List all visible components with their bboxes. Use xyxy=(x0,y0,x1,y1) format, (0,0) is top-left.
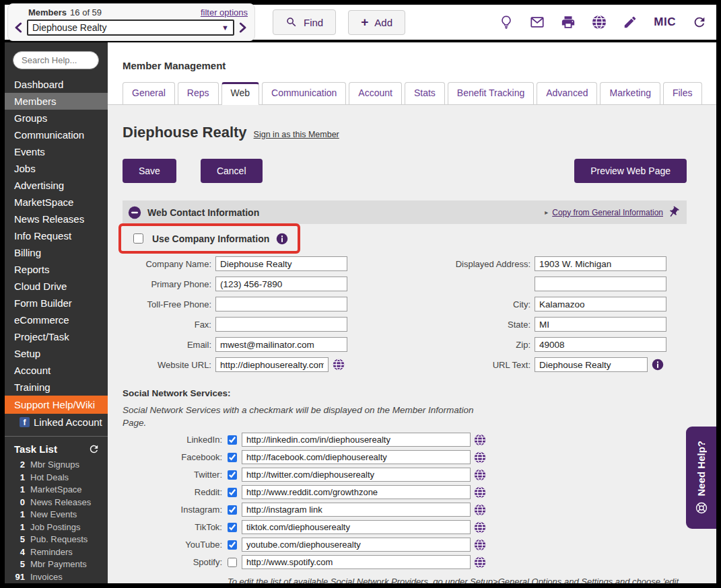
tab-reps[interactable]: Reps xyxy=(178,82,219,104)
facebook-checkbox[interactable] xyxy=(228,453,237,462)
next-member-icon[interactable] xyxy=(237,20,248,35)
task-row-mbr-payments[interactable]: 5Mbr Payments xyxy=(5,558,108,571)
state-input[interactable] xyxy=(535,317,666,332)
twitter-checkbox[interactable] xyxy=(228,470,237,480)
sidebar-item-groups[interactable]: Groups xyxy=(5,110,108,126)
task-list-refresh-icon[interactable] xyxy=(88,443,100,455)
sidebar-item-billing[interactable]: Billing xyxy=(5,244,108,261)
sidebar-item-linked-account[interactable]: f Linked Account xyxy=(5,414,108,431)
tiktok-url-input[interactable] xyxy=(242,520,471,534)
instagram-checkbox[interactable] xyxy=(228,505,237,515)
refresh-icon[interactable] xyxy=(692,15,707,30)
sidebar-item-ecommerce[interactable]: eCommerce xyxy=(5,311,108,328)
sidebar-item-project-task[interactable]: Project/Task xyxy=(5,328,108,345)
sidebar-item-reports[interactable]: Reports xyxy=(5,261,108,278)
facebook-url-input[interactable] xyxy=(242,450,471,464)
sidebar-item-info-request[interactable]: Info Request xyxy=(5,227,108,244)
sidebar-item-training[interactable]: Training xyxy=(5,379,108,396)
twitter-url-input[interactable] xyxy=(242,468,471,482)
tab-stats[interactable]: Stats xyxy=(405,82,445,104)
save-button[interactable]: Save xyxy=(123,159,176,183)
tab-benefit-tracking[interactable]: Benefit Tracking xyxy=(448,82,534,104)
pencil-icon[interactable] xyxy=(623,15,638,30)
linkedin-checkbox[interactable] xyxy=(228,435,237,445)
tab-account[interactable]: Account xyxy=(349,82,402,104)
fax-input[interactable] xyxy=(215,317,347,332)
task-row-marketspace[interactable]: 1MarketSpace xyxy=(5,484,108,497)
search-help-input[interactable] xyxy=(13,51,99,69)
globe-icon[interactable] xyxy=(474,539,486,551)
tiktok-checkbox[interactable] xyxy=(228,523,237,532)
need-help-tab[interactable]: Need Help? xyxy=(686,427,716,529)
member-dropdown[interactable]: Diephouse Realty ▼ xyxy=(27,20,234,36)
globe-icon[interactable] xyxy=(333,359,345,371)
task-row-new-events[interactable]: 1New Events xyxy=(5,509,108,521)
primary-phone-input[interactable] xyxy=(215,277,347,291)
copy-from-general-link[interactable]: Copy from General Information xyxy=(552,208,663,217)
youtube-checkbox[interactable] xyxy=(228,540,237,550)
cancel-button[interactable]: Cancel xyxy=(201,159,263,183)
sidebar-item-communication[interactable]: Communication xyxy=(5,126,108,143)
sidebar-item-advertising[interactable]: Advertising xyxy=(5,177,108,194)
task-row-invoices[interactable]: 91Invoices xyxy=(5,571,108,584)
previous-member-icon[interactable] xyxy=(13,20,24,35)
sidebar-item-support-help-wiki[interactable]: Support Help/Wiki xyxy=(5,396,108,414)
sidebar-item-account[interactable]: Account xyxy=(5,362,108,379)
sign-in-as-member-link[interactable]: Sign in as this Member xyxy=(254,130,339,139)
globe-icon[interactable] xyxy=(474,556,486,568)
website-url-input[interactable] xyxy=(215,357,329,372)
task-row-news-releases[interactable]: 0News Releases xyxy=(5,497,108,509)
sidebar-item-news-releases[interactable]: News Releases xyxy=(5,211,108,227)
mic-menu[interactable]: MIC xyxy=(654,15,676,29)
find-button[interactable]: Find xyxy=(273,9,336,35)
printer-icon[interactable] xyxy=(561,15,576,30)
task-row-mbr-signups[interactable]: 2Mbr Signups xyxy=(5,459,108,472)
task-row-hot-deals[interactable]: 1Hot Deals xyxy=(5,472,108,484)
toll-free-phone-input[interactable] xyxy=(215,297,347,311)
address-line2-input[interactable] xyxy=(535,277,666,291)
tab-web[interactable]: Web xyxy=(221,82,260,105)
use-company-info-checkbox[interactable] xyxy=(133,233,143,244)
globe-icon[interactable] xyxy=(474,469,486,481)
globe-icon[interactable] xyxy=(474,434,486,446)
pin-icon[interactable] xyxy=(667,206,680,219)
globe-icon[interactable] xyxy=(592,15,607,30)
reddit-url-input[interactable] xyxy=(242,485,471,499)
city-input[interactable] xyxy=(535,297,666,311)
company-name-input[interactable] xyxy=(215,256,347,271)
youtube-url-input[interactable] xyxy=(242,538,471,552)
globe-icon[interactable] xyxy=(474,521,486,534)
spotify-url-input[interactable] xyxy=(242,555,471,569)
sidebar-item-events[interactable]: Events xyxy=(5,143,108,160)
tab-files[interactable]: Files xyxy=(663,82,702,104)
sidebar-item-form-builder[interactable]: Form Builder xyxy=(5,295,108,311)
instagram-url-input[interactable] xyxy=(242,503,471,517)
email-input[interactable] xyxy=(215,337,347,352)
zip-input[interactable] xyxy=(535,337,666,352)
add-button[interactable]: + Add xyxy=(348,10,405,35)
task-row-job-postings[interactable]: 1Job Postings xyxy=(5,521,108,534)
globe-icon[interactable] xyxy=(474,504,486,516)
url-text-input[interactable] xyxy=(535,357,648,372)
sidebar-item-dashboard[interactable]: Dashboard xyxy=(5,76,108,93)
linkedin-url-input[interactable] xyxy=(242,433,471,447)
collapse-section-icon[interactable] xyxy=(128,206,141,219)
globe-icon[interactable] xyxy=(474,451,486,464)
tab-general[interactable]: General xyxy=(123,82,175,104)
task-row-reminders[interactable]: 4Reminders xyxy=(5,546,108,559)
preview-web-page-button[interactable]: Preview Web Page xyxy=(574,159,687,183)
sidebar-item-cloud-drive[interactable]: Cloud Drive xyxy=(5,278,108,295)
tab-communication[interactable]: Communication xyxy=(262,82,346,104)
globe-icon[interactable] xyxy=(474,486,486,499)
envelope-icon[interactable] xyxy=(530,15,545,30)
displayed-address-input[interactable] xyxy=(535,256,666,271)
filter-options-link[interactable]: filter options xyxy=(201,7,248,17)
info-icon[interactable] xyxy=(276,233,288,245)
lightbulb-icon[interactable] xyxy=(499,15,514,30)
sidebar-item-members[interactable]: Members xyxy=(5,93,108,110)
spotify-checkbox[interactable] xyxy=(228,558,237,567)
sidebar-item-setup[interactable]: Setup xyxy=(5,345,108,362)
info-icon[interactable] xyxy=(652,359,664,371)
tab-marketing[interactable]: Marketing xyxy=(600,82,660,104)
sidebar-item-jobs[interactable]: Jobs xyxy=(5,160,108,177)
